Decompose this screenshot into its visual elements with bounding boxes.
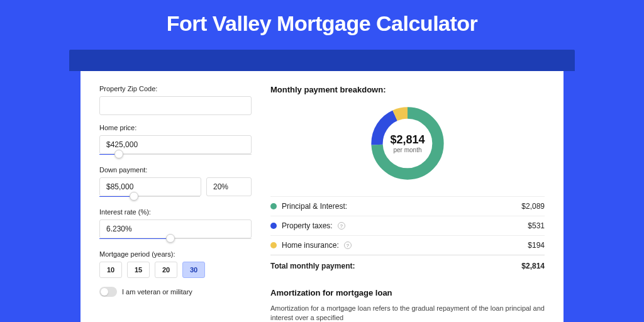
donut-chart: $2,814 per month [270,103,545,184]
rate-slider[interactable] [99,238,252,239]
rate-slider-thumb[interactable] [166,234,175,243]
rate-label: Interest rate (%): [99,208,252,216]
breakdown-heading: Monthly payment breakdown: [270,85,545,94]
down-field: Down payment: [99,166,252,197]
amort-heading: Amortization for mortgage loan [270,288,545,297]
info-icon[interactable]: ? [344,242,352,249]
legend-principal-label: Principal & Interest: [282,202,347,211]
zip-label: Property Zip Code: [99,85,252,92]
legend-insurance-value: $194 [528,241,545,250]
dot-green-icon [270,203,277,209]
period-30-button[interactable]: 30 [182,262,205,278]
page-title: Fort Valley Mortgage Calculator [0,0,644,50]
period-15-button[interactable]: 15 [127,262,150,278]
legend-principal-value: $2,089 [521,202,545,211]
period-10-button[interactable]: 10 [99,262,122,278]
price-label: Home price: [99,124,252,131]
period-field: Mortgage period (years): 10 15 20 30 [99,250,252,278]
inputs-column: Property Zip Code: Home price: Down paym… [99,85,252,322]
calculator-card: Property Zip Code: Home price: Down paym… [80,71,564,322]
price-field: Home price: [99,124,252,155]
dot-blue-icon [270,223,277,229]
price-slider-thumb[interactable] [114,150,123,158]
down-label: Down payment: [99,166,252,174]
legend-insurance-label: Home insurance: [282,241,339,250]
down-slider[interactable] [99,196,200,197]
legend-insurance-row: Home insurance: ? $194 [270,235,545,255]
amort-text: Amortization for a mortgage loan refers … [270,304,545,322]
veteran-label: I am veteran or military [122,288,192,296]
legend-taxes-row: Property taxes: ? $531 [270,216,545,235]
legend-principal-row: Principal & Interest: $2,089 [270,196,545,216]
breakdown-column: Monthly payment breakdown: $2,814 per mo… [270,85,545,322]
rate-field: Interest rate (%): [99,208,252,239]
zip-input[interactable] [99,96,252,115]
down-percent-input[interactable] [206,177,252,196]
price-slider[interactable] [99,154,252,155]
down-amount-input[interactable] [99,177,201,196]
legend-taxes-label: Property taxes: [282,221,333,230]
veteran-row: I am veteran or military [99,287,252,297]
legend-total-label: Total monthly payment: [270,262,355,270]
legend-taxes-value: $531 [528,221,545,230]
down-slider-thumb[interactable] [130,192,138,201]
zip-field: Property Zip Code: [99,85,252,115]
header-bar [69,50,575,71]
legend-total-value: $2,814 [521,262,545,270]
legend-total-row: Total monthly payment: $2,814 [270,255,545,275]
dot-yellow-icon [270,242,277,248]
info-icon[interactable]: ? [338,222,345,230]
veteran-toggle[interactable] [99,287,117,297]
period-options: 10 15 20 30 [99,262,252,278]
donut-amount: $2,814 [390,133,425,147]
period-20-button[interactable]: 20 [155,262,177,278]
period-label: Mortgage period (years): [99,250,252,258]
rate-input[interactable] [99,219,252,238]
donut-sub: per month [393,147,421,153]
